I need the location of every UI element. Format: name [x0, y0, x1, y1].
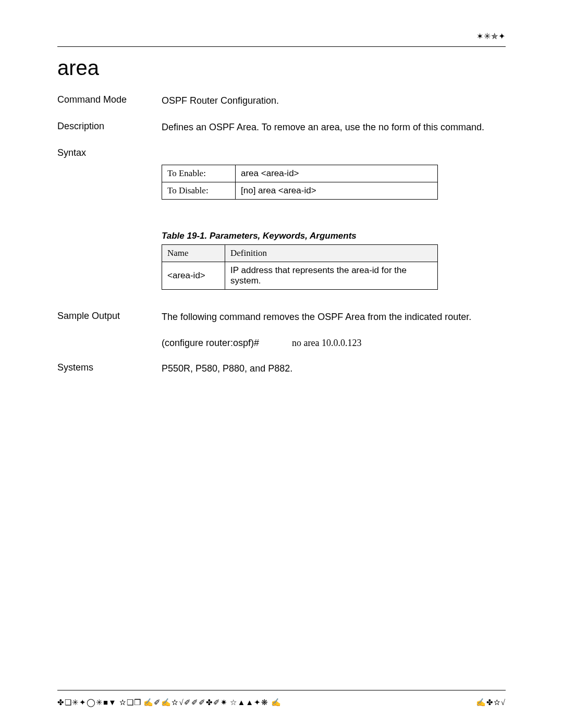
footer-right: ✍✤✫√ — [476, 698, 506, 707]
description-value: Defines an OSPF Area. To remove an area,… — [162, 121, 506, 134]
header-right: ✶✳✯✦ — [57, 31, 506, 41]
sample-output-label: Sample Output — [57, 311, 162, 324]
sample-output-row: Sample Output The following command remo… — [57, 311, 506, 324]
param-name: <area-id> — [162, 262, 225, 290]
table-row: <area-id> IP address that represents the… — [162, 262, 438, 290]
syntax-label: Syntax — [57, 147, 162, 158]
syntax-command: [no] area <area-id> — [236, 182, 438, 200]
footer-rule — [57, 690, 506, 690]
syntax-command: area <area-id> — [236, 165, 438, 182]
param-header-definition: Definition — [225, 245, 438, 262]
footer-left: ✤❏✳✦◯✳■▼ ✫❏❒ ✍✐✍✫√✐✐✐✤✐✷ ☆▲▲✦❋ ✍ — [57, 698, 282, 707]
syntax-action: To Enable: — [162, 165, 236, 182]
param-definition: IP address that represents the area-id f… — [225, 262, 438, 290]
systems-value: P550R, P580, P880, and P882. — [162, 362, 506, 375]
table-row: To Enable: area <area-id> — [162, 165, 438, 182]
sample-prompt: (configure router:ospf)# — [162, 338, 292, 349]
command-mode-row: Command Mode OSPF Router Configuration. — [57, 94, 506, 107]
command-mode-value: OSPF Router Configuration. — [162, 94, 506, 107]
description-label: Description — [57, 121, 162, 134]
description-row: Description Defines an OSPF Area. To rem… — [57, 121, 506, 134]
syntax-action: To Disable: — [162, 182, 236, 200]
syntax-row: Syntax — [57, 147, 506, 158]
page: ✶✳✯✦ area Command Mode OSPF Router Confi… — [0, 0, 563, 728]
header-rule — [57, 46, 506, 47]
sample-output-intro: The following command removes the OSPF A… — [162, 311, 506, 324]
sample-command: no area 10.0.0.123 — [292, 338, 361, 349]
command-mode-label: Command Mode — [57, 94, 162, 107]
sample-output-line: (configure router:ospf)# no area 10.0.0.… — [162, 338, 506, 349]
param-table-caption: Table 19-1. Parameters, Keywords, Argume… — [162, 231, 506, 241]
table-row: To Disable: [no] area <area-id> — [162, 182, 438, 200]
footer-row: ✤❏✳✦◯✳■▼ ✫❏❒ ✍✐✍✫√✐✐✐✤✐✷ ☆▲▲✦❋ ✍ ✍✤✫√ — [57, 698, 506, 707]
page-title: area — [57, 56, 506, 80]
systems-label: Systems — [57, 362, 162, 375]
param-table: Name Definition <area-id> IP address tha… — [162, 244, 438, 290]
param-header-name: Name — [162, 245, 225, 262]
table-header-row: Name Definition — [162, 245, 438, 262]
systems-row: Systems P550R, P580, P880, and P882. — [57, 362, 506, 375]
footer: ✤❏✳✦◯✳■▼ ✫❏❒ ✍✐✍✫√✐✐✐✤✐✷ ☆▲▲✦❋ ✍ ✍✤✫√ — [57, 690, 506, 707]
syntax-table: To Enable: area <area-id> To Disable: [n… — [162, 165, 438, 200]
